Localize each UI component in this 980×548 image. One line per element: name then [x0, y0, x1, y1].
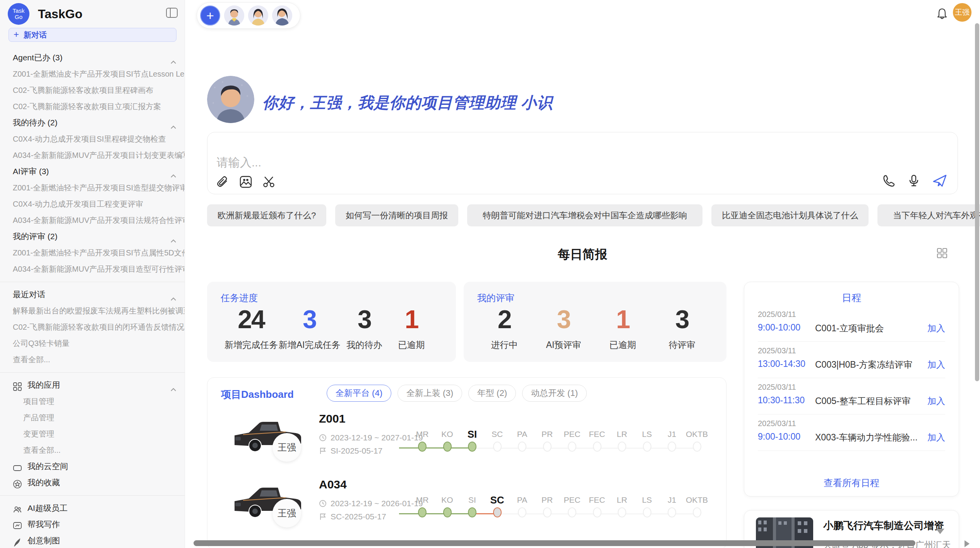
stat-item: 3新增AI完成任务 — [279, 306, 341, 351]
sidebar-item[interactable]: 查看全部... — [0, 442, 185, 458]
milestone-label: OKTB — [680, 494, 714, 506]
attachment-icon[interactable] — [216, 175, 229, 188]
sidebar-item-help-me-write[interactable]: 帮我写作 — [0, 516, 185, 533]
project-owner-badge: 王强 — [272, 499, 301, 527]
join-link[interactable]: 加入 — [927, 359, 945, 371]
composer-right-tools — [882, 173, 947, 188]
sidebar-item[interactable]: 变更管理 — [0, 426, 185, 442]
schedule-item[interactable]: 2025/03/1113:00-14:30C003|H0B-方案冻结评审加入 — [758, 342, 945, 378]
agent-avatar-2[interactable] — [248, 5, 268, 26]
horizontal-scrollbar[interactable] — [194, 540, 915, 546]
project-row-Z001: 王强Z0012023-12-19 ~ 2027-01-19SI-2025-05-… — [207, 411, 726, 469]
sidebar-item[interactable]: 项目管理 — [0, 393, 185, 409]
sidebar-section-header[interactable]: 我的评审 (2) — [0, 228, 185, 245]
sidebar-item[interactable]: C0X4-动力总成开发项目工程变更评审 — [0, 196, 185, 212]
sidebar-item-favorites[interactable]: 我的收藏 — [0, 474, 185, 491]
scroll-right-arrow-icon[interactable] — [965, 540, 970, 547]
suggestion-chip[interactable]: 欧洲新规最近颁布了什么? — [207, 204, 326, 226]
suggestion-chip[interactable]: 如何写一份清晰的项目周报 — [335, 204, 458, 226]
sidebar-item[interactable]: Z001-全新燃油轻卡产品开发项目SI节点属性5D文件评审 — [0, 245, 185, 261]
sidebar-section-header[interactable]: 我的待办 (2) — [0, 115, 185, 131]
dashboard-tab[interactable]: 全新平台 (4) — [327, 385, 391, 402]
milestone-dot — [543, 507, 552, 517]
add-agent-button[interactable]: + — [200, 5, 220, 26]
schedule-item[interactable]: 2025/03/119:00-10:00C001-立项审批会加入 — [758, 305, 945, 342]
chevron-up-icon — [170, 55, 176, 61]
chevron-up-icon — [170, 291, 176, 298]
sidebar-item-creative-drawing[interactable]: 创意制图 — [0, 533, 185, 548]
sidebar-item[interactable]: 公司Q3轻卡销量 — [0, 335, 185, 351]
new-chat-button[interactable]: + 新对话 — [9, 28, 176, 42]
user-avatar[interactable]: 王强 — [953, 3, 971, 22]
sidebar-item[interactable]: A034-全新新能源MUV产品开发项目计划变更表编写 — [0, 147, 185, 163]
sidebar-item[interactable]: 查看全部... — [0, 351, 185, 368]
stat-label: 进行中 — [481, 339, 528, 351]
sidebar-item[interactable]: C02-飞腾新能源轻客改款项目立项汇报方案 — [0, 98, 185, 115]
milestone-dot — [493, 442, 502, 452]
scissors-icon[interactable] — [262, 175, 276, 188]
stat-value: 24 — [224, 306, 278, 333]
join-link[interactable]: 加入 — [927, 395, 945, 407]
suggestion-chip[interactable]: 当下年轻人对汽车外观有怎样的喜好趋势 — [877, 204, 980, 226]
sidebar-item-ai-super-staff[interactable]: AI超级员工 — [0, 500, 185, 516]
voice-call-icon[interactable] — [882, 174, 896, 187]
join-link[interactable]: 加入 — [927, 432, 945, 444]
sidebar-item[interactable]: C0X4-动力总成开发项目SI里程碑提交物检查 — [0, 131, 185, 147]
image-upload-icon[interactable] — [239, 175, 252, 188]
stat-value: 3 — [540, 306, 587, 333]
sidebar-section-header[interactable]: AI评审 (3) — [0, 163, 185, 180]
agent-avatar-3[interactable] — [272, 5, 292, 26]
agent-avatar-1[interactable] — [224, 5, 244, 26]
sidebar-item-help-me-write-icon — [13, 520, 22, 529]
flag-icon — [319, 513, 327, 521]
sidebar-item[interactable]: C02-飞腾新能源轻客改款项目里程碑画布 — [0, 82, 185, 98]
view-all-schedule-link[interactable]: 查看所有日程 — [744, 477, 959, 489]
sidebar-section-header[interactable]: 最近对话 — [0, 286, 185, 303]
briefing-layout-icon[interactable] — [937, 248, 947, 259]
notifications-bell-icon[interactable] — [937, 8, 947, 19]
scroll-down-arrow-icon[interactable] — [936, 529, 944, 534]
milestone-dot — [693, 507, 701, 517]
project-dashboard-card: 项目Dashboard 全新平台 (4)全新上装 (3)年型 (2)动总开发 (… — [207, 377, 726, 548]
sidebar-collapse-icon[interactable] — [166, 8, 178, 18]
suggestion-chip[interactable]: 特朗普可能对进口汽车增税会对中国车企造成哪些影响 — [467, 204, 702, 226]
suggestion-chip[interactable]: 比亚迪全固态电池计划具体说了什么 — [711, 204, 869, 226]
sidebar-item-cloud-space[interactable]: 我的云空间 — [0, 458, 185, 474]
milestone-dot — [668, 507, 676, 517]
sidebar-item-my-apps[interactable]: 我的应用 — [0, 377, 185, 393]
agent-switcher: + — [197, 2, 300, 29]
composer-left-tools — [216, 175, 276, 188]
dashboard-tab[interactable]: 动总开发 (1) — [522, 385, 587, 402]
send-icon[interactable] — [932, 173, 947, 188]
dashboard-tabs: 全新平台 (4)全新上装 (3)年型 (2)动总开发 (1) — [327, 385, 587, 402]
sidebar-item[interactable]: 解释最新出台的欧盟报废车法规再生塑料比例被调至15%... — [0, 303, 185, 319]
sidebar-section-header[interactable]: Agent已办 (3) — [0, 50, 185, 66]
stat-value: 1 — [600, 306, 646, 333]
dashboard-tab[interactable]: 全新上装 (3) — [397, 385, 462, 402]
app-logo: Task Go TaskGo — [8, 3, 82, 25]
sidebar-item-creative-drawing-icon — [13, 536, 22, 545]
sidebar-item[interactable]: Z001-全新燃油皮卡产品开发项目SI节点Lesson Learn报告 — [0, 66, 185, 82]
vertical-scrollbar[interactable] — [975, 23, 979, 381]
stat-label: 待评审 — [659, 339, 705, 351]
stat-label: 新增完成任务 — [224, 339, 278, 351]
milestone-dot — [593, 442, 601, 452]
chat-composer[interactable]: 请输入... — [207, 132, 958, 194]
stat-label: 新增AI完成任务 — [279, 339, 341, 351]
sidebar-item[interactable]: 产品管理 — [0, 409, 185, 426]
sidebar-item[interactable]: C02-飞腾新能源轻客改款项目的闭环通告反馈情况 — [0, 319, 185, 335]
milestone-dot — [618, 442, 626, 452]
schedule-title: 日程 — [744, 291, 959, 304]
clock-icon — [319, 434, 327, 442]
sidebar-item[interactable]: A034-全新新能源MUV产品开发项目法规符合性评审 — [0, 212, 185, 228]
project-next-milestone: SC-2025-05-17 — [319, 512, 386, 521]
schedule-item[interactable]: 2025/03/1110:30-11:30C005-整车工程目标评审加入 — [758, 378, 945, 414]
join-link[interactable]: 加入 — [927, 322, 945, 334]
schedule-item[interactable]: 2025/03/119:00-10:00X003-车辆动力学性能验...加入 — [758, 414, 945, 451]
microphone-icon[interactable] — [907, 174, 920, 187]
dashboard-tab[interactable]: 年型 (2) — [468, 385, 516, 402]
sidebar: Task Go TaskGo + 新对话 Agent已办 (3)Z001-全新燃… — [0, 0, 185, 548]
sidebar-item[interactable]: Z001-全新燃油轻卡产品开发项目SI造型提交物评审 — [0, 180, 185, 196]
stat-item: 3我的待办 — [341, 306, 387, 351]
sidebar-item[interactable]: A034-全新新能源MUV产品开发项目造型可行性评审 — [0, 261, 185, 277]
